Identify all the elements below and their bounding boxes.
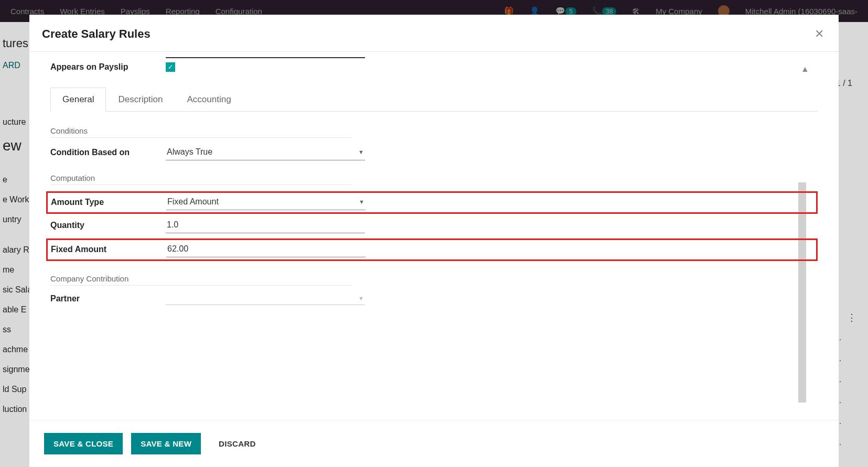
amount-type-highlight: Amount Type Fixed Amount ▼ — [46, 191, 818, 214]
modal-footer: SAVE & CLOSE SAVE & NEW DISCARD — [29, 420, 839, 467]
condition-based-on-label: Condition Based on — [50, 148, 166, 157]
computation-heading: Computation — [50, 173, 352, 185]
partner-label: Partner — [50, 294, 166, 303]
quantity-label: Quantity — [50, 221, 166, 230]
amount-type-row: Amount Type Fixed Amount ▼ — [51, 194, 813, 210]
save-close-button[interactable]: SAVE & CLOSE — [44, 433, 123, 454]
modal-title: Create Salary Rules — [42, 27, 151, 41]
fixed-amount-highlight: Fixed Amount — [46, 238, 818, 261]
company-contribution-heading: Company Contribution — [50, 274, 352, 286]
amount-type-label: Amount Type — [51, 198, 166, 207]
field-divider — [166, 57, 365, 58]
fixed-amount-input[interactable] — [166, 241, 366, 257]
appears-on-payslip-row: Appears on Payslip ✓ — [50, 62, 818, 72]
tabs: General Description Accounting — [50, 88, 818, 112]
appears-on-payslip-label: Appears on Payslip — [50, 62, 166, 72]
condition-based-on-value: Always True — [167, 147, 212, 157]
save-new-button[interactable]: SAVE & NEW — [131, 433, 201, 454]
condition-based-on-select[interactable]: Always True ▼ — [166, 144, 365, 160]
fixed-amount-row: Fixed Amount — [51, 241, 813, 257]
modal-overlay: Create Salary Rules ✕ ▲ Appears on Paysl… — [0, 0, 868, 467]
fixed-amount-label: Fixed Amount — [51, 245, 166, 254]
conditions-heading: Conditions — [50, 126, 352, 138]
modal-body: Appears on Payslip ✓ General Description… — [29, 52, 839, 420]
modal-header: Create Salary Rules ✕ — [29, 15, 839, 52]
tab-description[interactable]: Description — [106, 88, 175, 112]
condition-based-on-row: Condition Based on Always True ▼ — [50, 144, 818, 160]
chevron-down-icon: ▼ — [359, 199, 365, 205]
close-icon[interactable]: ✕ — [812, 25, 826, 43]
modal-dialog: Create Salary Rules ✕ ▲ Appears on Paysl… — [29, 15, 839, 467]
amount-type-value: Fixed Amount — [167, 197, 219, 207]
discard-button[interactable]: DISCARD — [209, 433, 265, 454]
chevron-down-icon: ▼ — [358, 295, 364, 301]
partner-row: Partner ▼ — [50, 292, 818, 305]
chevron-down-icon: ▼ — [358, 149, 364, 155]
quantity-row: Quantity — [50, 217, 818, 233]
quantity-input[interactable] — [166, 217, 365, 233]
appears-on-payslip-checkbox[interactable]: ✓ — [166, 62, 175, 72]
tab-accounting[interactable]: Accounting — [175, 88, 243, 112]
amount-type-select[interactable]: Fixed Amount ▼ — [166, 194, 366, 210]
tab-general[interactable]: General — [50, 88, 106, 112]
partner-select[interactable]: ▼ — [166, 292, 365, 305]
